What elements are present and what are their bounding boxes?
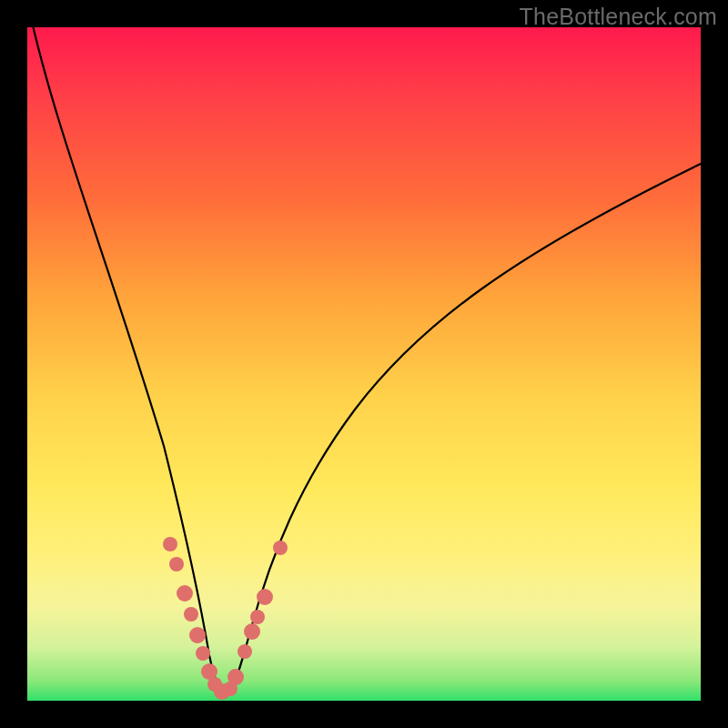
watermark-text: TheBottleneck.com [520, 4, 717, 30]
highlight-dots [163, 537, 288, 700]
dot [184, 607, 198, 622]
dot [169, 557, 184, 571]
curve-svg [27, 27, 701, 701]
dot [244, 623, 260, 640]
chart-frame: TheBottleneck.com [0, 0, 728, 728]
dot [273, 541, 288, 555]
dot [257, 589, 273, 605]
dot [250, 610, 265, 624]
dot [189, 627, 206, 643]
dot [228, 669, 244, 685]
bottleneck-curve [29, 9, 701, 696]
dot [196, 646, 210, 661]
plot-area [27, 27, 701, 701]
dot [177, 585, 193, 602]
dot [163, 537, 177, 551]
dot [238, 644, 252, 659]
